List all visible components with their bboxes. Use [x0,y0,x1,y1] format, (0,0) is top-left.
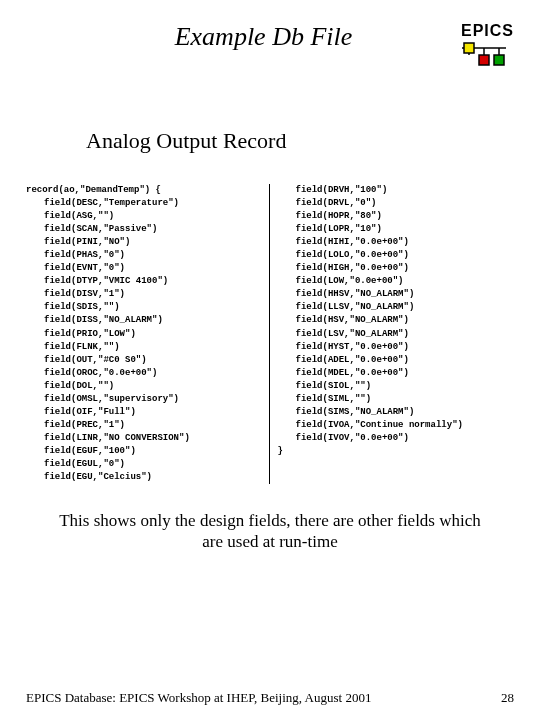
code-line: field(LSV,"NO_ALARM") [278,328,515,341]
code-line: field(LINR,"NO CONVERSION") [26,432,263,445]
code-line: field(LLSV,"NO_ALARM") [278,301,515,314]
code-line: field(DESC,"Temperature") [26,197,263,210]
note-text: This shows only the design fields, there… [26,510,514,553]
code-line: field(DRVL,"0") [278,197,515,210]
code-line: field(SIOL,"") [278,380,515,393]
code-line: field(PINI,"NO") [26,236,263,249]
code-line: field(HIHI,"0.0e+00") [278,236,515,249]
code-line: field(SCAN,"Passive") [26,223,263,236]
code-line: field(ASG,"") [26,210,263,223]
code-line: field(EGUF,"100") [26,445,263,458]
page-number: 28 [501,690,514,706]
code-line: field(OIF,"Full") [26,406,263,419]
epics-logo: EPICS [461,22,514,68]
code-line: field(SIML,"") [278,393,515,406]
code-line: field(LOPR,"10") [278,223,515,236]
code-line: field(HOPR,"80") [278,210,515,223]
code-line: field(HYST,"0.0e+00") [278,341,515,354]
code-line: field(LOLO,"0.0e+00") [278,249,515,262]
code-line: field(PHAS,"0") [26,249,263,262]
code-line: field(PRIO,"LOW") [26,328,263,341]
code-line: record(ao,"DemandTemp") { [26,184,263,197]
code-line: field(IVOA,"Continue normally") [278,419,515,432]
code-block: record(ao,"DemandTemp") {field(DESC,"Tem… [26,184,514,484]
code-line: field(EVNT,"0") [26,262,263,275]
code-line: field(SDIS,"") [26,301,263,314]
code-line: field(PREC,"1") [26,419,263,432]
code-line: field(DOL,"") [26,380,263,393]
code-line: field(FLNK,"") [26,341,263,354]
footer-text: EPICS Database: EPICS Workshop at IHEP, … [26,690,371,706]
code-line: field(DISV,"1") [26,288,263,301]
code-line: field(OUT,"#C0 S0") [26,354,263,367]
code-line: field(ADEL,"0.0e+00") [278,354,515,367]
code-line: field(IVOV,"0.0e+00") [278,432,515,445]
code-line: field(LOW,"0.0e+00") [278,275,515,288]
svg-rect-5 [479,55,489,65]
code-line: field(SIMS,"NO_ALARM") [278,406,515,419]
code-line: field(HSV,"NO_ALARM") [278,314,515,327]
logo-text: EPICS [461,22,514,40]
code-line: field(HHSV,"NO_ALARM") [278,288,515,301]
code-line: field(DTYP,"VMIC 4100") [26,275,263,288]
code-line: field(EGUL,"0") [26,458,263,471]
svg-rect-4 [464,43,474,53]
code-line: field(DRVH,"100") [278,184,515,197]
code-line: field(OMSL,"supervisory") [26,393,263,406]
code-line: field(MDEL,"0.0e+00") [278,367,515,380]
page-title: Example Db File [66,22,461,52]
code-line: field(DISS,"NO_ALARM") [26,314,263,327]
epics-logo-icon [461,42,507,68]
section-heading: Analog Output Record [86,128,514,154]
code-line: } [278,445,515,458]
code-line: field(EGU,"Celcius") [26,471,263,484]
code-line: field(OROC,"0.0e+00") [26,367,263,380]
svg-rect-6 [494,55,504,65]
code-line: field(HIGH,"0.0e+00") [278,262,515,275]
